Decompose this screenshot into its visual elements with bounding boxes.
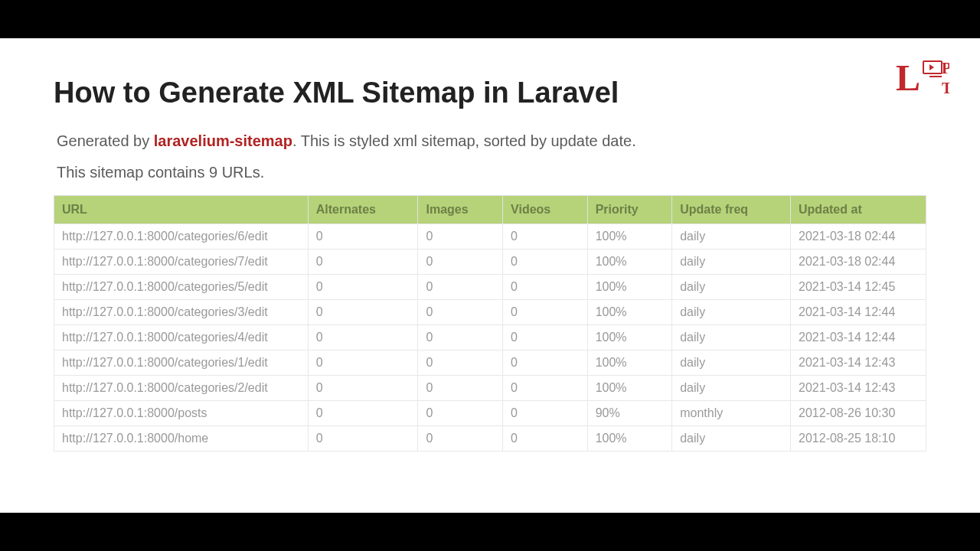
cell-alternates: 0 bbox=[308, 376, 418, 401]
cell-priority: 100% bbox=[587, 224, 672, 249]
cell-freq: daily bbox=[672, 224, 791, 249]
url-link[interactable]: http://127.0.0.1:8000/categories/4/edit bbox=[62, 331, 268, 344]
cell-updated: 2021-03-14 12:44 bbox=[791, 325, 926, 350]
table-row: http://127.0.0.1:8000/categories/2/edit0… bbox=[54, 376, 926, 401]
cell-freq: daily bbox=[672, 249, 791, 275]
cell-images: 0 bbox=[418, 224, 503, 249]
table-row: http://127.0.0.1:8000/categories/3/edit0… bbox=[54, 300, 926, 325]
cell-images: 0 bbox=[418, 275, 503, 300]
cell-videos: 0 bbox=[503, 275, 588, 300]
cell-alternates: 0 bbox=[308, 401, 418, 426]
generator-link[interactable]: laravelium-sitemap bbox=[154, 132, 292, 149]
cell-priority: 100% bbox=[587, 426, 672, 452]
cell-updated: 2021-03-18 02:44 bbox=[791, 249, 926, 275]
cell-videos: 0 bbox=[503, 224, 588, 249]
cell-alternates: 0 bbox=[308, 426, 418, 452]
cell-alternates: 0 bbox=[308, 325, 418, 350]
url-link[interactable]: http://127.0.0.1:8000/posts bbox=[62, 406, 207, 419]
table-row: http://127.0.0.1:8000/categories/5/edit0… bbox=[54, 275, 926, 300]
cell-images: 0 bbox=[418, 249, 503, 275]
cell-url: http://127.0.0.1:8000/categories/7/edit bbox=[54, 249, 309, 275]
col-images: Images bbox=[418, 196, 503, 224]
cell-url: http://127.0.0.1:8000/posts bbox=[54, 401, 309, 426]
cell-videos: 0 bbox=[503, 376, 588, 401]
col-updated: Updated at bbox=[791, 196, 926, 224]
generated-suffix: . This is styled xml sitemap, sorted by … bbox=[292, 132, 636, 149]
cell-alternates: 0 bbox=[308, 300, 418, 325]
cell-freq: daily bbox=[672, 325, 791, 350]
cell-priority: 100% bbox=[587, 376, 672, 401]
cell-updated: 2021-03-14 12:43 bbox=[791, 376, 926, 401]
cell-updated: 2021-03-14 12:44 bbox=[791, 300, 926, 325]
cell-priority: 100% bbox=[587, 249, 672, 275]
page-content: L P T How to Generate XML Sitemap in Lar… bbox=[0, 38, 980, 513]
cell-url: http://127.0.0.1:8000/categories/3/edit bbox=[54, 300, 309, 325]
brand-logo: L P T bbox=[896, 54, 949, 107]
cell-priority: 90% bbox=[587, 401, 672, 426]
cell-images: 0 bbox=[418, 426, 503, 452]
cell-images: 0 bbox=[418, 325, 503, 350]
cell-freq: daily bbox=[672, 275, 791, 300]
cell-freq: monthly bbox=[672, 401, 791, 426]
url-link[interactable]: http://127.0.0.1:8000/home bbox=[62, 432, 208, 445]
sitemap-table: URL Alternates Images Videos Priority Up… bbox=[54, 195, 926, 452]
cell-videos: 0 bbox=[503, 300, 588, 325]
url-link[interactable]: http://127.0.0.1:8000/categories/2/edit bbox=[62, 381, 268, 394]
cell-freq: daily bbox=[672, 350, 791, 376]
url-link[interactable]: http://127.0.0.1:8000/categories/6/edit bbox=[62, 230, 268, 243]
url-link[interactable]: http://127.0.0.1:8000/categories/1/edit bbox=[62, 356, 268, 369]
url-link[interactable]: http://127.0.0.1:8000/categories/7/edit bbox=[62, 255, 268, 268]
cell-alternates: 0 bbox=[308, 350, 418, 376]
cell-updated: 2021-03-18 02:44 bbox=[791, 224, 926, 249]
col-alternates: Alternates bbox=[308, 196, 418, 224]
generated-description: Generated by laravelium-sitemap. This is… bbox=[57, 132, 926, 150]
cell-priority: 100% bbox=[587, 300, 672, 325]
cell-updated: 2021-03-14 12:43 bbox=[791, 350, 926, 376]
table-row: http://127.0.0.1:8000/categories/7/edit0… bbox=[54, 249, 926, 275]
col-freq: Update freq bbox=[672, 196, 791, 224]
cell-priority: 100% bbox=[587, 275, 672, 300]
url-link[interactable]: http://127.0.0.1:8000/categories/5/edit bbox=[62, 280, 268, 293]
cell-freq: daily bbox=[672, 376, 791, 401]
col-url: URL bbox=[54, 196, 309, 224]
cell-images: 0 bbox=[418, 376, 503, 401]
cell-updated: 2021-03-14 12:45 bbox=[791, 275, 926, 300]
svg-marker-2 bbox=[929, 64, 934, 70]
cell-images: 0 bbox=[418, 300, 503, 325]
cell-priority: 100% bbox=[587, 350, 672, 376]
cell-videos: 0 bbox=[503, 249, 588, 275]
col-videos: Videos bbox=[503, 196, 588, 224]
cell-alternates: 0 bbox=[308, 249, 418, 275]
cell-url: http://127.0.0.1:8000/categories/4/edit bbox=[54, 325, 309, 350]
url-count: This sitemap contains 9 URLs. bbox=[57, 164, 926, 181]
cell-url: http://127.0.0.1:8000/categories/2/edit bbox=[54, 376, 309, 401]
table-row: http://127.0.0.1:8000/categories/4/edit0… bbox=[54, 325, 926, 350]
cell-images: 0 bbox=[418, 401, 503, 426]
cell-url: http://127.0.0.1:8000/home bbox=[54, 426, 309, 452]
svg-text:T: T bbox=[942, 80, 949, 96]
table-row: http://127.0.0.1:8000/home000100%daily20… bbox=[54, 426, 926, 452]
cell-freq: daily bbox=[672, 300, 791, 325]
cell-videos: 0 bbox=[503, 426, 588, 452]
svg-text:P: P bbox=[942, 60, 949, 77]
table-header-row: URL Alternates Images Videos Priority Up… bbox=[54, 196, 926, 224]
cell-videos: 0 bbox=[503, 401, 588, 426]
table-row: http://127.0.0.1:8000/posts00090%monthly… bbox=[54, 401, 926, 426]
table-row: http://127.0.0.1:8000/categories/1/edit0… bbox=[54, 350, 926, 376]
col-priority: Priority bbox=[587, 196, 672, 224]
page-title: How to Generate XML Sitemap in Laravel bbox=[54, 77, 926, 109]
cell-priority: 100% bbox=[587, 325, 672, 350]
cell-alternates: 0 bbox=[308, 224, 418, 249]
cell-freq: daily bbox=[672, 426, 791, 452]
table-row: http://127.0.0.1:8000/categories/6/edit0… bbox=[54, 224, 926, 249]
cell-updated: 2012-08-26 10:30 bbox=[791, 401, 926, 426]
cell-videos: 0 bbox=[503, 325, 588, 350]
generated-prefix: Generated by bbox=[57, 132, 154, 149]
cell-alternates: 0 bbox=[308, 275, 418, 300]
url-link[interactable]: http://127.0.0.1:8000/categories/3/edit bbox=[62, 305, 268, 318]
svg-text:L: L bbox=[896, 57, 920, 98]
cell-images: 0 bbox=[418, 350, 503, 376]
cell-updated: 2012-08-25 18:10 bbox=[791, 426, 926, 452]
cell-videos: 0 bbox=[503, 350, 588, 376]
cell-url: http://127.0.0.1:8000/categories/6/edit bbox=[54, 224, 309, 249]
